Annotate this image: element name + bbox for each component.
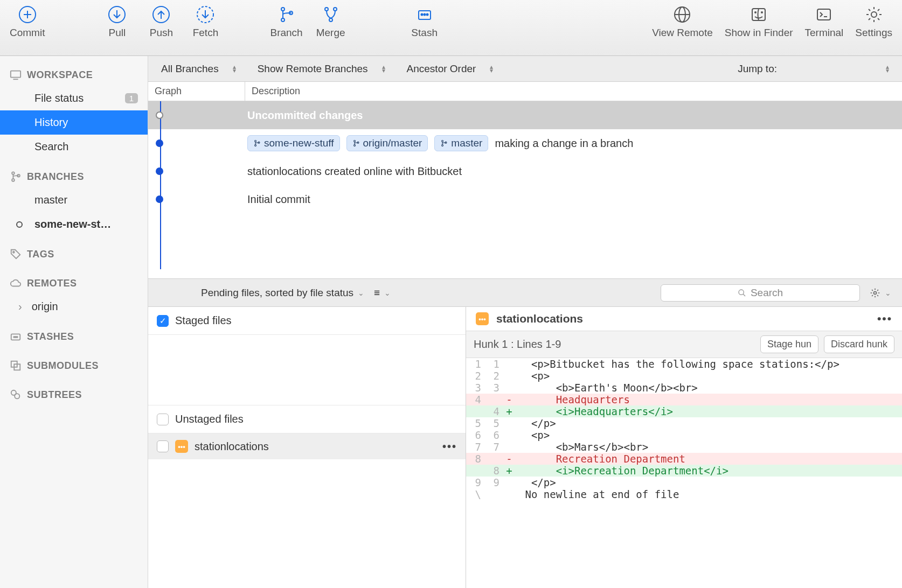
diff-line[interactable]: 4+ <i>Headquarters</i>	[466, 405, 902, 417]
diff-line[interactable]: 55 </p>	[466, 417, 902, 429]
push-button[interactable]: Push	[145, 5, 177, 39]
sidebar-section-branches[interactable]: BRANCHES	[0, 165, 148, 188]
stash-button[interactable]: Stash	[408, 5, 441, 39]
svg-point-51	[739, 290, 744, 295]
svg-point-36	[15, 337, 16, 338]
column-graph[interactable]: Graph	[148, 82, 245, 101]
chevron-down-icon: ⌄	[384, 289, 391, 297]
branch-pill[interactable]: some-new-stuff	[247, 135, 340, 151]
commit-button[interactable]: Commit	[10, 5, 45, 39]
gear-icon	[870, 288, 880, 298]
svg-point-37	[17, 337, 18, 338]
dashed-circle-arrow-icon	[196, 5, 214, 24]
sidebar-item-search[interactable]: Search	[0, 135, 148, 159]
jump-to-select[interactable]: Jump to: ▴▾	[738, 63, 889, 75]
svg-point-41	[15, 394, 19, 398]
diff-line[interactable]: 33 <b>Earth's Moon</b><br>	[466, 382, 902, 394]
svg-rect-25	[817, 9, 830, 20]
search-input[interactable]: Search	[661, 284, 860, 302]
pending-settings-button[interactable]: ⌄	[870, 288, 891, 298]
diff-actions-button[interactable]: •••	[877, 312, 892, 325]
branch-filter-select[interactable]: All Branches ▴▾	[161, 63, 236, 75]
merge-icon	[322, 5, 340, 24]
pull-button[interactable]: Pull	[101, 5, 133, 39]
svg-point-18	[426, 14, 428, 16]
merge-button[interactable]: Merge	[315, 5, 347, 39]
toolbar-group-right: View Remote Show in Finder Terminal Sett…	[652, 5, 892, 39]
sidebar-section-tags[interactable]: TAGS	[0, 243, 148, 265]
staged-checkbox[interactable]: ✓	[157, 315, 169, 327]
diff-body[interactable]: 11 <p>Bitbucket has the following space …	[466, 358, 902, 500]
svg-line-52	[743, 294, 745, 296]
order-select[interactable]: Ancestor Order ▴▾	[407, 63, 494, 75]
sidebar-section-workspace[interactable]: WORKSPACE	[0, 64, 148, 86]
updown-icon: ▴▾	[233, 65, 236, 73]
branch-icon	[277, 5, 296, 24]
main-panel: All Branches ▴▾ Show Remote Branches ▴▾ …	[148, 56, 902, 588]
diff-line[interactable]: 22 <p>	[466, 370, 902, 382]
diff-file-header: ••• stationlocations •••	[466, 307, 902, 331]
modified-file-icon: •••	[476, 312, 489, 325]
diff-line[interactable]: 4- Headquarters	[466, 394, 902, 405]
branch-pill[interactable]: master	[434, 135, 488, 151]
svg-point-45	[353, 140, 355, 142]
diff-line[interactable]: 66 <p>	[466, 429, 902, 441]
commit-row[interactable]: some-new-stuff origin/master master maki…	[148, 129, 902, 157]
show-remote-select[interactable]: Show Remote Branches ▴▾	[258, 63, 385, 75]
diff-line[interactable]: \ No newline at end of file	[466, 488, 902, 500]
files-column: ✓ Staged files Unstaged files ••• statio…	[148, 307, 466, 588]
file-row[interactable]: ••• stationlocations •••	[148, 433, 466, 459]
commit-row[interactable]: stationlocations created online with Bit…	[148, 157, 902, 185]
current-branch-indicator-icon	[16, 221, 23, 228]
settings-button[interactable]: Settings	[855, 5, 892, 39]
file-actions-button[interactable]: •••	[442, 440, 457, 453]
sidebar-item-file-status[interactable]: File status 1	[0, 86, 148, 110]
gear-icon	[865, 5, 883, 24]
stage-hunk-button[interactable]: Stage hun	[760, 335, 818, 353]
unstaged-checkbox[interactable]	[157, 414, 169, 425]
branch-button[interactable]: Branch	[270, 5, 302, 39]
svg-point-31	[12, 179, 15, 181]
svg-point-33	[13, 251, 15, 253]
sidebar-branch-current[interactable]: some-new-st…	[0, 212, 148, 236]
diff-line[interactable]: 77 <b>Mars</b><br>	[466, 441, 902, 453]
diff-line[interactable]: 99 </p>	[466, 477, 902, 488]
stash-icon	[415, 5, 434, 24]
search-icon	[738, 289, 746, 297]
commit-row[interactable]: Initial commit	[148, 185, 902, 213]
view-remote-button[interactable]: View Remote	[652, 5, 713, 39]
show-finder-button[interactable]: Show in Finder	[725, 5, 793, 39]
diff-line[interactable]: 8+ <i>Recreation Department</i>	[466, 465, 902, 477]
diff-line[interactable]: 11 <p>Bitbucket has the following space …	[466, 358, 902, 370]
file-checkbox[interactable]	[157, 440, 169, 452]
sidebar-section-submodules[interactable]: SUBMODULES	[0, 354, 148, 377]
svg-point-42	[255, 140, 256, 142]
discard-hunk-button[interactable]: Discard hunk	[824, 335, 894, 353]
branch-pill[interactable]: origin/master	[346, 135, 428, 151]
svg-point-12	[325, 8, 328, 11]
sidebar-branch-master[interactable]: master	[0, 188, 148, 212]
column-description[interactable]: Description	[245, 86, 300, 97]
list-icon: ≡	[374, 287, 380, 299]
pending-bar: Pending files, sorted by file status ⌄ ≡…	[148, 279, 902, 307]
sidebar-item-history[interactable]: History	[0, 110, 148, 135]
terminal-button[interactable]: Terminal	[805, 5, 844, 39]
toolbar-group-mid: Branch Merge Stash	[270, 5, 440, 39]
commit-row-uncommitted[interactable]: Uncommitted changes	[148, 101, 902, 129]
tag-icon	[10, 248, 22, 260]
pending-view-select[interactable]: ≡ ⌄	[374, 287, 391, 299]
diff-line[interactable]: 8- Recreation Department	[466, 453, 902, 465]
hunk-header: Hunk 1 : Lines 1-9 Stage hun Discard hun…	[466, 331, 902, 358]
staged-files-header[interactable]: ✓ Staged files	[148, 307, 466, 335]
sidebar-section-subtrees[interactable]: SUBTREES	[0, 383, 148, 406]
updown-icon: ▴▾	[382, 65, 385, 73]
unstaged-files-header[interactable]: Unstaged files	[148, 405, 466, 433]
svg-point-43	[255, 145, 256, 146]
sidebar-section-remotes[interactable]: REMOTES	[0, 272, 148, 295]
sidebar-remote-origin[interactable]: › origin	[0, 295, 148, 319]
svg-point-49	[442, 145, 443, 146]
pending-sort-select[interactable]: Pending files, sorted by file status ⌄	[201, 287, 364, 299]
sidebar-section-stashes[interactable]: STASHES	[0, 325, 148, 348]
fetch-button[interactable]: Fetch	[189, 5, 221, 39]
terminal-icon	[815, 5, 833, 24]
